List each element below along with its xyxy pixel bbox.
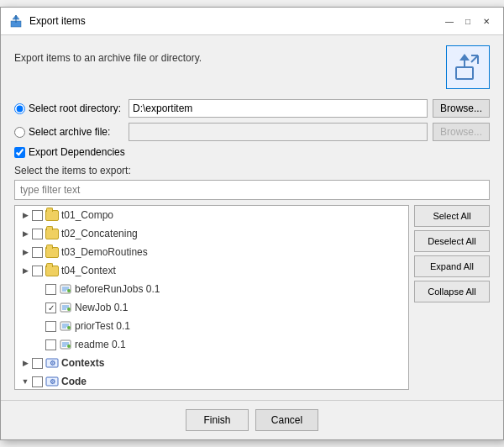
title-bar-left: Export items (9, 14, 86, 28)
tree-row-Contexts[interactable]: ▶ ⚙ Contexts (15, 354, 408, 372)
browse-root-button[interactable]: Browse... (433, 99, 490, 118)
close-button[interactable]: ✕ (478, 13, 495, 29)
checkbox-NewJob[interactable] (45, 302, 56, 313)
export-dialog: Export items — □ ✕ Export items to an ar… (0, 7, 504, 440)
folder-icon-t02 (45, 229, 59, 239)
contexts-icon: ⚙ (45, 356, 59, 370)
tree-row-priorTest[interactable]: priorTest 0.1 (15, 317, 408, 335)
expand-t01[interactable]: ▶ (18, 208, 32, 222)
tree-container[interactable]: ▶ t01_Compo ▶ t02_Concatening ▶ (14, 205, 409, 390)
tree-row-readme[interactable]: readme 0.1 (15, 335, 408, 354)
checkbox-t02[interactable] (32, 229, 43, 239)
checkbox-readme[interactable] (45, 339, 56, 350)
tree-row-t02[interactable]: ▶ t02_Concatening (15, 224, 408, 243)
job-icon-beforeRunJobs (59, 282, 72, 296)
svg-marker-5 (459, 54, 470, 60)
svg-point-23 (67, 326, 71, 329)
tree-row-NewJob[interactable]: NewJob 0.1 (15, 298, 408, 317)
svg-point-13 (67, 289, 71, 292)
filter-input[interactable] (14, 180, 490, 200)
title-controls: — □ ✕ (441, 13, 495, 29)
title-bar: Export items — □ ✕ (1, 8, 503, 35)
checkbox-beforeRunJobs[interactable] (45, 284, 56, 295)
folder-icon-t01 (45, 210, 59, 221)
dialog-title: Export items (29, 15, 86, 27)
expand-t03[interactable]: ▶ (18, 245, 32, 259)
tree-row-t01[interactable]: ▶ t01_Compo (15, 206, 408, 224)
label-Code: Code (61, 376, 87, 387)
dialog-body: Export items to an archive file or direc… (1, 35, 503, 400)
tree-row-Code[interactable]: ▼ ⚙ Code (15, 372, 408, 390)
label-beforeRunJobs: beforeRunJobs 0.1 (75, 283, 160, 295)
expand-t02[interactable]: ▶ (18, 227, 32, 240)
expand-t04[interactable]: ▶ (18, 264, 32, 277)
folder-icon-t04 (45, 266, 59, 276)
expand-all-button[interactable]: Expand All (414, 255, 490, 277)
label-readme: readme 0.1 (75, 339, 126, 350)
svg-line-8 (471, 55, 478, 62)
label-priorTest: priorTest 0.1 (75, 320, 130, 332)
select-all-button[interactable]: Select All (414, 205, 490, 227)
cancel-button[interactable]: Cancel (255, 409, 318, 431)
archive-row: Select archive file: Browse... (14, 123, 490, 141)
svg-text:⚙: ⚙ (50, 360, 55, 367)
label-NewJob: NewJob 0.1 (75, 302, 128, 313)
label-Contexts: Contexts (61, 357, 104, 369)
dialog-icon (9, 14, 23, 28)
tree-row-t04[interactable]: ▶ t04_Context (15, 261, 408, 280)
deselect-all-button[interactable]: Deselect All (414, 230, 490, 252)
label-t02: t02_Concatening (61, 228, 138, 239)
export-icon-box (446, 45, 490, 89)
export-deps-checkbox[interactable] (14, 147, 25, 158)
label-t04: t04_Context (61, 265, 116, 276)
code-icon: ⚙ (45, 375, 59, 388)
browse-archive-button[interactable]: Browse... (433, 123, 490, 141)
root-dir-row: Select root directory: Browse... (14, 99, 490, 118)
export-deps-label: Export Dependencies (29, 146, 125, 158)
expand-Contexts[interactable]: ▶ (18, 356, 32, 370)
root-dir-input[interactable] (129, 99, 428, 118)
svg-point-18 (67, 308, 71, 311)
label-t01: t01_Compo (61, 209, 113, 221)
collapse-all-button[interactable]: Collapse All (414, 281, 490, 302)
job-icon-priorTest (59, 319, 72, 333)
export-svg-icon (453, 52, 483, 82)
root-dir-label[interactable]: Select root directory: (14, 103, 123, 114)
minimize-button[interactable]: — (441, 13, 458, 29)
checkbox-Code[interactable] (32, 376, 43, 387)
dialog-footer: Finish Cancel (1, 400, 503, 439)
export-deps-row: Export Dependencies (14, 146, 490, 158)
job-icon-NewJob (59, 301, 72, 314)
checkbox-t04[interactable] (32, 266, 43, 276)
archive-radio[interactable] (14, 127, 25, 138)
archive-input[interactable] (129, 123, 428, 141)
svg-point-28 (67, 344, 71, 348)
svg-rect-3 (456, 67, 473, 79)
expand-Code[interactable]: ▼ (18, 375, 32, 388)
maximize-button[interactable]: □ (459, 13, 476, 29)
folder-icon-t03 (45, 247, 59, 258)
checkbox-t01[interactable] (32, 210, 43, 221)
action-buttons: Select All Deselect All Expand All Colla… (414, 205, 490, 390)
root-dir-radio[interactable] (14, 103, 25, 114)
svg-text:⚙: ⚙ (50, 378, 55, 386)
checkbox-Contexts[interactable] (32, 358, 43, 369)
checkbox-priorTest[interactable] (45, 321, 56, 332)
tree-row-t03[interactable]: ▶ t03_DemoRoutines (15, 243, 408, 261)
checkbox-t03[interactable] (32, 247, 43, 258)
select-items-label: Select the items to export: (14, 165, 490, 176)
header-description: Export items to an archive file or direc… (14, 45, 202, 64)
finish-button[interactable]: Finish (186, 409, 249, 431)
label-t03: t03_DemoRoutines (61, 246, 148, 258)
job-icon-readme (59, 338, 72, 351)
tree-area: ▶ t01_Compo ▶ t02_Concatening ▶ (14, 205, 490, 390)
archive-label[interactable]: Select archive file: (14, 126, 123, 138)
tree-row-beforeRunJobs[interactable]: beforeRunJobs 0.1 (15, 280, 408, 298)
header-section: Export items to an archive file or direc… (14, 45, 490, 89)
